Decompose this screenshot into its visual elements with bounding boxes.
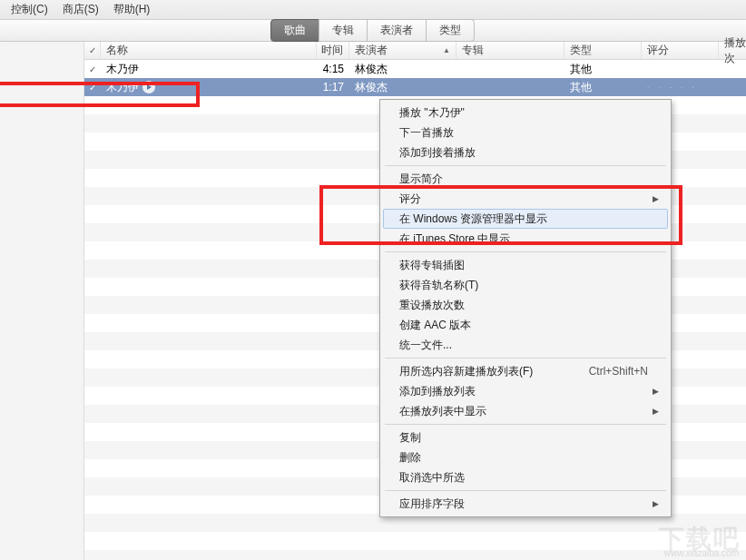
col-name[interactable]: 名称 <box>101 42 317 59</box>
menu-add-to-playlist[interactable]: 添加到播放列表▶ <box>383 381 668 401</box>
empty-row <box>84 532 746 550</box>
col-rating[interactable]: 评分 <box>642 42 719 59</box>
menu-new-playlist[interactable]: 用所选内容新建播放列表(F)Ctrl+Shift+N <box>383 361 668 381</box>
row-genre: 其他 <box>564 78 642 96</box>
menu-show-in-store[interactable]: 在 iTunes Store 中显示 <box>383 229 668 249</box>
tab-albums[interactable]: 专辑 <box>319 19 368 42</box>
menu-show-playlist-label: 在播放列表中显示 <box>399 404 486 419</box>
tab-genres[interactable]: 类型 <box>426 19 475 42</box>
menu-get-artwork[interactable]: 获得专辑插图 <box>383 255 668 275</box>
menu-separator <box>385 358 666 359</box>
submenu-arrow-icon: ▶ <box>653 387 659 396</box>
menu-show-in-explorer[interactable]: 在 Windows 资源管理器中显示 <box>383 209 668 229</box>
menu-store[interactable]: 商店(S) <box>55 0 106 19</box>
menu-sort-fields-label: 应用排序字段 <box>399 496 465 512</box>
menu-add-up-next[interactable]: 添加到接着播放 <box>383 142 668 162</box>
row-rating[interactable] <box>642 60 719 78</box>
row-artist: 林俊杰 <box>349 78 456 96</box>
sidebar <box>0 42 84 560</box>
menu-uncheck[interactable]: 取消选中所选 <box>383 467 668 487</box>
col-check[interactable]: ✓ <box>84 42 101 59</box>
menu-separator <box>385 490 666 491</box>
play-icon[interactable] <box>142 81 155 93</box>
menu-bar: 控制(C) 商店(S) 帮助(H) <box>0 0 746 20</box>
table-row-selected[interactable]: ✓ 木乃伊 1:17 林俊杰 其他 · · · · · <box>84 78 746 96</box>
sort-asc-icon: ▲ <box>443 46 450 54</box>
menu-separator <box>385 424 666 425</box>
check-icon: ✓ <box>89 64 96 74</box>
menu-play-next[interactable]: 下一首播放 <box>383 123 668 142</box>
col-plays[interactable]: 播放次 <box>719 42 746 59</box>
check-icon: ✓ <box>89 45 96 55</box>
empty-row <box>84 550 746 560</box>
menu-get-track-names[interactable]: 获得音轨名称(T) <box>383 275 668 295</box>
row-name: 木乃伊 <box>101 60 317 78</box>
submenu-arrow-icon: ▶ <box>653 407 659 416</box>
menu-consolidate[interactable]: 统一文件... <box>383 335 668 355</box>
row-genre: 其他 <box>564 60 642 78</box>
menu-help[interactable]: 帮助(H) <box>106 0 158 19</box>
row-album <box>456 60 564 78</box>
tab-artists[interactable]: 表演者 <box>367 19 427 42</box>
menu-delete[interactable]: 删除 <box>383 447 668 467</box>
col-time[interactable]: 时间 <box>317 42 349 59</box>
tab-songs[interactable]: 歌曲 <box>270 19 319 42</box>
col-genre[interactable]: 类型 <box>564 42 642 59</box>
menu-get-info[interactable]: 显示简介 <box>383 169 668 189</box>
row-rating[interactable]: · · · · · <box>642 78 719 96</box>
row-artist: 林俊杰 <box>349 60 456 78</box>
menu-play-track[interactable]: 播放 "木乃伊" <box>383 103 668 123</box>
menu-new-playlist-label: 用所选内容新建播放列表(F) <box>399 364 533 379</box>
menu-create-aac[interactable]: 创建 AAC 版本 <box>383 315 668 335</box>
menu-sort-fields[interactable]: 应用排序字段▶ <box>383 494 668 514</box>
menu-rating-label: 评分 <box>399 192 421 207</box>
check-icon: ✓ <box>89 83 96 93</box>
menu-copy[interactable]: 复制 <box>383 427 668 447</box>
row-time: 1:17 <box>317 78 349 96</box>
table-row[interactable]: ✓ 木乃伊 4:15 林俊杰 其他 <box>84 60 746 78</box>
menu-rating[interactable]: 评分▶ <box>383 189 668 209</box>
menu-add-playlist-label: 添加到播放列表 <box>399 384 476 399</box>
menu-reset-plays[interactable]: 重设播放次数 <box>383 295 668 315</box>
row-plays <box>719 78 746 96</box>
menu-separator <box>385 251 666 252</box>
submenu-arrow-icon: ▶ <box>653 499 659 508</box>
menu-separator <box>385 165 666 166</box>
menu-shortcut: Ctrl+Shift+N <box>589 365 648 378</box>
row-check[interactable]: ✓ <box>84 60 101 78</box>
column-headers: ✓ 名称 时间 表演者▲ 专辑 类型 评分 播放次 <box>84 42 746 60</box>
col-artist-label: 表演者 <box>355 43 388 58</box>
row-album <box>456 78 564 96</box>
row-time: 4:15 <box>317 60 349 78</box>
submenu-arrow-icon: ▶ <box>653 194 659 203</box>
track-name-label: 木乃伊 <box>106 80 139 95</box>
col-artist[interactable]: 表演者▲ <box>349 42 456 59</box>
menu-control[interactable]: 控制(C) <box>4 0 55 19</box>
col-album[interactable]: 专辑 <box>456 42 564 59</box>
row-name: 木乃伊 <box>101 78 317 96</box>
view-tabs: 歌曲 专辑 表演者 类型 <box>0 20 746 42</box>
menu-show-in-playlist[interactable]: 在播放列表中显示▶ <box>383 401 668 421</box>
row-check[interactable]: ✓ <box>84 78 101 96</box>
context-menu: 播放 "木乃伊" 下一首播放 添加到接着播放 显示简介 评分▶ 在 Window… <box>379 99 672 517</box>
